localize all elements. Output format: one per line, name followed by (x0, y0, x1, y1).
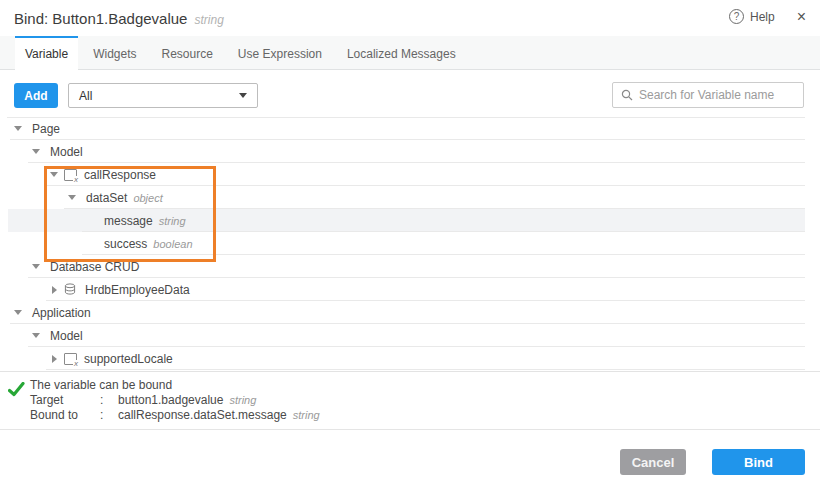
tree-row-label: supportedLocale (84, 352, 173, 366)
status-message: The variable can be bound (30, 378, 820, 393)
help-icon[interactable]: ? (729, 9, 744, 24)
status-target-row: Target : button1.badgevalue string (30, 393, 820, 408)
tree-row-label: Model (50, 145, 83, 159)
status-colon: : (100, 408, 118, 423)
tab-bar: Variable Widgets Resource Use Expression… (0, 36, 820, 70)
tree-row-label: Model (50, 329, 83, 343)
tree-row-label: Page (32, 122, 60, 136)
title-text: Bind: Button1.Badgevalue (14, 10, 187, 27)
dialog-footer: Cancel Bind (0, 429, 820, 489)
tab-use-expression[interactable]: Use Expression (228, 36, 332, 69)
title-type: string (194, 13, 223, 27)
tree-row-hrdbemployeedata[interactable]: HrdbEmployeeData (0, 278, 820, 301)
search-box[interactable] (612, 82, 804, 108)
tree-row-dataset[interactable]: dataSetobject (0, 186, 820, 209)
tree-row-supportedlocale[interactable]: xsupportedLocale (0, 347, 820, 370)
close-icon[interactable]: × (797, 9, 806, 24)
bind-button[interactable]: Bind (712, 449, 805, 475)
filter-dropdown-value: All (79, 89, 92, 103)
expander-down-icon[interactable] (30, 144, 46, 160)
add-button[interactable]: Add (14, 83, 58, 108)
tree-row-label: Application (32, 306, 91, 320)
tree-row-type: boolean (153, 238, 192, 250)
tree-row-message-selected[interactable]: messagestring (0, 209, 820, 232)
tree-row-label: Database CRUD (50, 260, 139, 274)
expander-down-icon[interactable] (66, 190, 82, 206)
variable-tree: Page Model xcallResponse dataSetobject m… (0, 117, 820, 371)
expander-down-icon[interactable] (12, 121, 28, 137)
status-label: Target (30, 393, 100, 408)
tree-row-application[interactable]: Application (0, 301, 820, 324)
tree-row-app-model[interactable]: Model (0, 324, 820, 347)
tab-widgets[interactable]: Widgets (83, 36, 146, 69)
tab-resource[interactable]: Resource (152, 36, 223, 69)
status-value-type: string (293, 408, 320, 423)
help-link[interactable]: Help (750, 10, 775, 24)
page-title: Bind: Button1.Badgevaluestring (14, 10, 224, 27)
variable-icon: x (64, 169, 77, 181)
variable-icon: x (64, 353, 77, 365)
expander-right-icon[interactable] (48, 351, 64, 367)
tree-row-database-crud[interactable]: Database CRUD (0, 255, 820, 278)
tree-row-label: callResponse (84, 168, 156, 182)
search-icon (621, 89, 633, 101)
check-icon (8, 382, 25, 397)
tree-row-type: object (133, 192, 162, 204)
expander-down-icon[interactable] (12, 305, 28, 321)
tree-row-label: dataSet (86, 191, 127, 205)
tree-row-label: message (104, 214, 153, 228)
status-value: callResponse.dataSet.message (118, 408, 287, 423)
tree-row-label: success (104, 237, 147, 251)
expander-spacer (84, 213, 100, 229)
expander-spacer (84, 236, 100, 252)
tree-row-type: string (159, 215, 186, 227)
filter-dropdown[interactable]: All (68, 83, 258, 108)
chevron-down-icon (239, 93, 247, 98)
tab-localized-messages[interactable]: Localized Messages (337, 36, 466, 69)
search-input[interactable] (639, 88, 795, 102)
status-colon: : (100, 393, 118, 408)
database-icon (64, 283, 78, 296)
status-label: Bound to (30, 408, 100, 423)
tree-row-success[interactable]: successboolean (0, 232, 820, 255)
tab-variable[interactable]: Variable (15, 36, 78, 70)
expander-down-icon[interactable] (30, 328, 46, 344)
tree-row-callresponse[interactable]: xcallResponse (0, 163, 820, 186)
status-value-type: string (229, 393, 256, 408)
tree-row-model[interactable]: Model (0, 140, 820, 163)
dialog-header: Bind: Button1.Badgevaluestring ? Help × (0, 0, 820, 36)
expander-down-icon[interactable] (30, 259, 46, 275)
status-value: button1.badgevalue (118, 393, 223, 408)
expander-down-icon[interactable] (48, 167, 64, 183)
tree-row-page[interactable]: Page (0, 117, 820, 140)
tree-row-label: HrdbEmployeeData (85, 283, 190, 297)
status-boundto-row: Bound to : callResponse.dataSet.message … (30, 408, 820, 423)
toolbar: Add All (0, 70, 820, 117)
expander-right-icon[interactable] (48, 282, 64, 298)
bind-status-panel: The variable can be bound Target : butto… (0, 371, 820, 429)
cancel-button[interactable]: Cancel (620, 449, 686, 475)
